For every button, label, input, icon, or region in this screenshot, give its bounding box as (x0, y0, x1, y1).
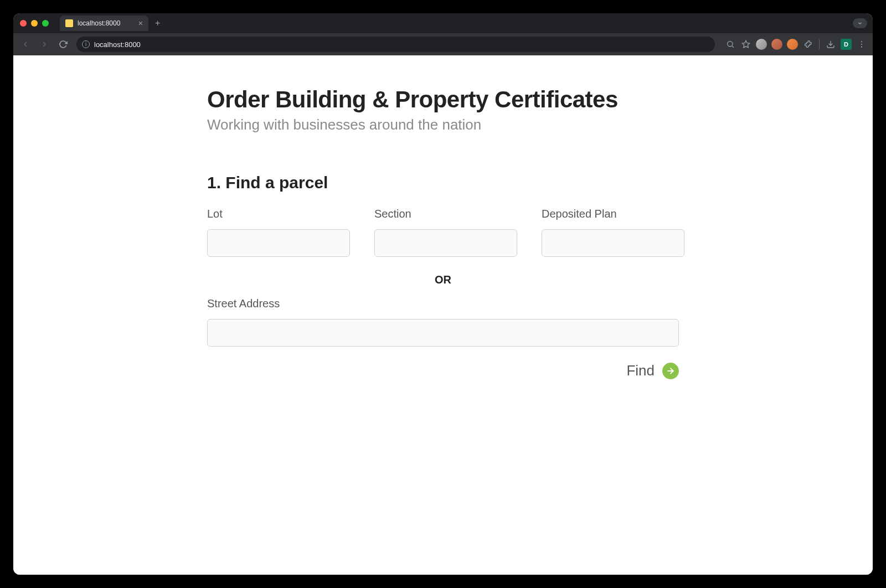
street-address-field: Street Address (207, 297, 679, 347)
new-tab-button[interactable]: + (152, 18, 163, 28)
back-button[interactable] (18, 37, 33, 52)
street-address-input[interactable] (207, 319, 679, 347)
section-label: Section (374, 208, 517, 220)
extensions-icon[interactable] (801, 38, 815, 51)
lot-input[interactable] (207, 229, 350, 257)
svg-point-0 (728, 42, 733, 47)
lot-label: Lot (207, 208, 350, 220)
section-heading: 1. Find a parcel (207, 173, 679, 192)
bookmark-icon[interactable] (739, 38, 753, 51)
deposited-plan-field: Deposited Plan (542, 208, 684, 257)
find-button[interactable] (662, 363, 679, 379)
find-row: Find (207, 362, 679, 379)
svg-line-1 (732, 46, 734, 48)
toolbar-separator (819, 39, 820, 49)
profile-avatar-2[interactable] (770, 38, 784, 51)
find-label: Find (626, 362, 655, 379)
deposited-plan-input[interactable] (542, 229, 684, 257)
svg-point-4 (861, 41, 862, 42)
toolbar-right: D (724, 38, 868, 51)
maximize-window-button[interactable] (42, 20, 49, 27)
section-input[interactable] (374, 229, 517, 257)
svg-point-6 (861, 47, 862, 48)
profile-badge[interactable]: D (839, 38, 853, 51)
profile-avatar-3[interactable] (786, 38, 799, 51)
reload-button[interactable] (55, 37, 71, 52)
tab-overflow-button[interactable] (853, 18, 867, 28)
profile-avatar-1[interactable] (755, 38, 768, 51)
svg-marker-2 (742, 40, 749, 48)
zoom-icon[interactable] (724, 38, 737, 51)
downloads-icon[interactable] (824, 38, 837, 51)
or-divider: OR (207, 274, 679, 286)
svg-point-5 (861, 44, 862, 45)
page-content: Order Building & Property Certificates W… (194, 55, 692, 401)
forward-button[interactable] (37, 37, 52, 52)
tab-title: localhost:8000 (78, 19, 134, 27)
page-title: Order Building & Property Certificates (207, 86, 679, 113)
page-viewport[interactable]: Order Building & Property Certificates W… (13, 55, 873, 575)
arrow-right-icon (666, 367, 675, 375)
street-address-label: Street Address (207, 297, 679, 310)
address-bar-text: localhost:8000 (94, 40, 709, 49)
lot-field: Lot (207, 208, 350, 257)
tab-strip: localhost:8000 × + (13, 13, 873, 33)
minimize-window-button[interactable] (31, 20, 38, 27)
tab-favicon-icon (65, 19, 73, 27)
close-tab-icon[interactable]: × (138, 19, 143, 27)
browser-chrome: localhost:8000 × + i localhost:8000 (13, 13, 873, 55)
browser-toolbar: i localhost:8000 (13, 33, 873, 55)
page-subtitle: Working with businesses around the natio… (207, 116, 679, 133)
site-info-icon[interactable]: i (82, 40, 90, 48)
parcel-fields-row: Lot Section Deposited Plan (207, 208, 679, 257)
deposited-plan-label: Deposited Plan (542, 208, 684, 220)
menu-icon[interactable] (855, 38, 868, 51)
browser-window: localhost:8000 × + i localhost:8000 (13, 13, 873, 575)
window-controls (20, 20, 49, 27)
address-bar[interactable]: i localhost:8000 (76, 37, 715, 52)
browser-tab[interactable]: localhost:8000 × (60, 16, 148, 31)
section-field: Section (374, 208, 517, 257)
close-window-button[interactable] (20, 20, 27, 27)
